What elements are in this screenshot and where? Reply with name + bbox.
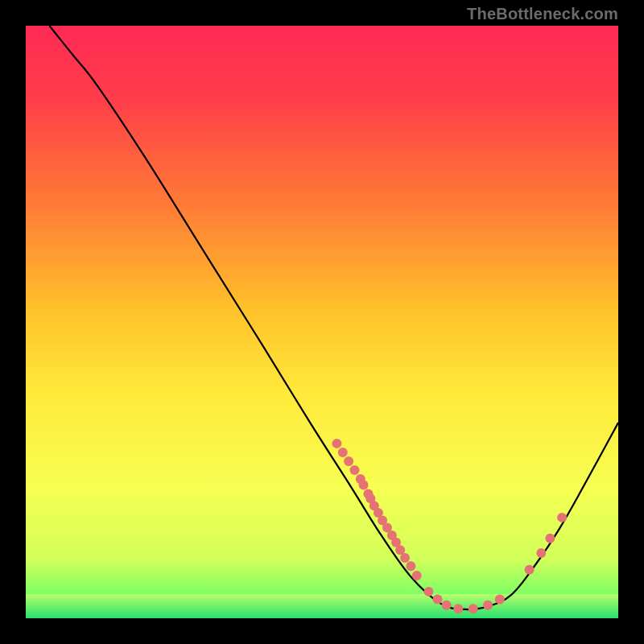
scatter-dot <box>495 594 505 604</box>
scatter-dot <box>483 601 493 610</box>
scatter-dot <box>442 601 452 610</box>
green-band <box>26 594 618 618</box>
scatter-dot <box>433 594 443 604</box>
scatter-dot <box>359 480 369 489</box>
scatter-dot <box>545 534 555 543</box>
scatter-dot <box>406 561 415 571</box>
scatter-dot <box>332 439 341 448</box>
plot-area <box>26 26 618 618</box>
scatter-dot <box>423 587 433 597</box>
watermark-text: TheBottleneck.com <box>467 5 618 23</box>
scatter-dot <box>338 448 348 457</box>
scatter-dot <box>557 513 567 522</box>
scatter-dot <box>525 565 535 575</box>
scatter-dot <box>344 456 353 466</box>
scatter-dot <box>349 465 359 475</box>
chart-svg <box>26 26 618 618</box>
scatter-dot <box>412 571 422 580</box>
chart-frame: TheBottleneck.com <box>0 0 644 644</box>
scatter-dot <box>453 604 463 613</box>
scatter-dot <box>469 604 478 613</box>
gradient-background <box>26 26 618 618</box>
scatter-dot <box>400 553 410 563</box>
scatter-dot <box>536 548 546 558</box>
